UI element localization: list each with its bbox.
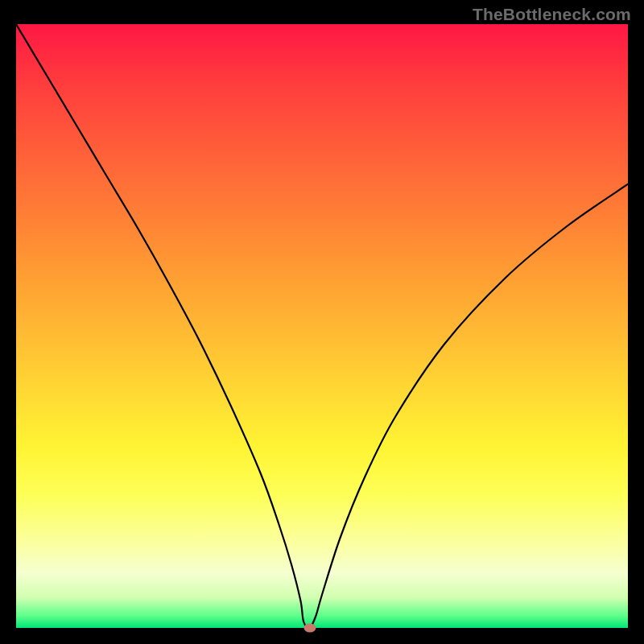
- optimum-marker: [303, 624, 316, 633]
- bottleneck-curve: [16, 24, 628, 628]
- plot-area: [16, 24, 628, 628]
- watermark-text: TheBottleneck.com: [473, 5, 631, 24]
- chart-container: TheBottleneck.com: [0, 0, 644, 644]
